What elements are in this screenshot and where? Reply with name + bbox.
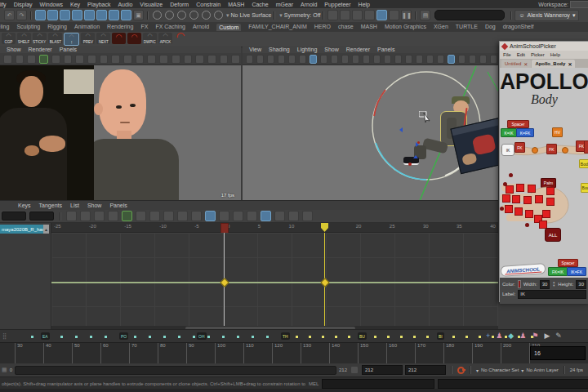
ik-arrow[interactable] bbox=[413, 155, 418, 158]
graph-menu-item[interactable]: Tangents bbox=[39, 203, 62, 208]
shelf-button[interactable]: ◠ bbox=[174, 33, 188, 44]
finger-control-button[interactable] bbox=[506, 185, 514, 194]
graph-menu-item[interactable]: Keys bbox=[18, 203, 31, 208]
menu-item[interactable]: Puppeteer bbox=[324, 2, 350, 7]
shelf-tab[interactable]: Animation bbox=[74, 24, 100, 31]
playback-tool-icon[interactable]: ▶ bbox=[544, 332, 550, 340]
spacer-button[interactable]: Spacer bbox=[558, 259, 578, 267]
control-dot[interactable] bbox=[417, 141, 420, 144]
clipboard-icon[interactable]: ▤ bbox=[420, 10, 430, 20]
menu-item[interactable]: Help bbox=[359, 2, 370, 7]
shelf-button[interactable]: ◠ bbox=[112, 33, 126, 44]
current-frame-field[interactable]: 16 bbox=[530, 346, 586, 360]
viewport-toolbar-icon[interactable] bbox=[136, 55, 145, 64]
fk-arm-button[interactable]: FK bbox=[514, 142, 525, 153]
render-icon[interactable] bbox=[389, 10, 399, 20]
body-button[interactable]: Body bbox=[579, 159, 588, 168]
viewport-toolbar-icon[interactable] bbox=[256, 55, 264, 64]
live-surface-label[interactable]: No Live Surface bbox=[231, 12, 272, 18]
viewport-toolbar-icon[interactable] bbox=[331, 55, 338, 64]
selection-mask-icon[interactable] bbox=[84, 10, 95, 20]
keyframe-diamond[interactable] bbox=[320, 278, 329, 287]
shelf-tab[interactable]: Sculpting bbox=[16, 24, 40, 31]
time-slider[interactable]: 3040506070809010011012013014015016017018… bbox=[0, 342, 588, 364]
snap-icon[interactable] bbox=[177, 11, 186, 20]
close-icon[interactable]: ✕ bbox=[523, 61, 528, 67]
viewport-toolbar-icon[interactable] bbox=[267, 55, 274, 64]
viewport-toolbar-icon[interactable] bbox=[288, 55, 296, 64]
graph-menu-item[interactable]: Show bbox=[87, 203, 102, 208]
shelf-tab[interactable]: HERO bbox=[314, 24, 331, 31]
viewport-toolbar-icon[interactable] bbox=[207, 55, 216, 64]
finger-control-button[interactable] bbox=[546, 187, 555, 195]
shelf-button[interactable]: ◠ bbox=[127, 33, 141, 44]
selection-mask-icon[interactable] bbox=[109, 10, 119, 20]
menu-item[interactable]: Key bbox=[70, 2, 80, 7]
graph-tool-icon[interactable] bbox=[302, 211, 313, 221]
snap-icon[interactable] bbox=[189, 11, 198, 20]
viewport-toolbar-icon[interactable] bbox=[490, 55, 497, 64]
selection-mask-icon[interactable] bbox=[96, 10, 107, 20]
graph-tool-icon[interactable] bbox=[191, 211, 202, 221]
animation-curve[interactable] bbox=[51, 282, 498, 283]
shelf-tab[interactable]: MASH bbox=[361, 24, 377, 31]
shelf-button[interactable]: ◠ CGP bbox=[2, 33, 16, 44]
selection-mask-icon[interactable] bbox=[60, 10, 70, 20]
viewport-toolbar-icon[interactable] bbox=[184, 55, 193, 64]
viewport-toolbar-icon[interactable] bbox=[278, 55, 285, 64]
viewport-toolbar-icon[interactable] bbox=[458, 55, 466, 64]
menu-item[interactable]: Cache bbox=[252, 2, 268, 7]
picker-menu-item[interactable]: Help bbox=[550, 52, 560, 57]
picker-menu-item[interactable]: Picker bbox=[531, 52, 545, 57]
viewport-toolbar-icon[interactable] bbox=[384, 55, 391, 64]
viewport-toolbar-icon[interactable] bbox=[172, 55, 180, 64]
symmetry-label[interactable]: Symmetry: Off bbox=[284, 12, 321, 18]
picker-tab[interactable]: Untitled ✕ bbox=[501, 60, 531, 68]
graph-tool-icon[interactable] bbox=[149, 211, 160, 221]
graph-tool-icon[interactable] bbox=[233, 211, 243, 221]
finger-control-button[interactable] bbox=[525, 210, 533, 218]
hand-control-dot[interactable] bbox=[525, 223, 529, 227]
graph-tool-icon[interactable] bbox=[247, 211, 257, 221]
hv-button[interactable]: HV bbox=[552, 127, 563, 137]
graph-tool-icon[interactable] bbox=[122, 211, 132, 221]
viewport-toolbar-icon[interactable] bbox=[437, 55, 444, 64]
render-icon[interactable] bbox=[352, 10, 363, 20]
playback-tool-icon[interactable]: ✎ bbox=[555, 332, 562, 340]
viewport-toolbar-icon[interactable] bbox=[87, 55, 96, 64]
key-ik-button[interactable]: K=IK bbox=[501, 128, 517, 137]
snap-icon[interactable] bbox=[214, 11, 223, 20]
spinner-icon[interactable]: ▲▼ bbox=[552, 281, 555, 287]
snap-icon[interactable] bbox=[202, 11, 211, 20]
selection-mask-icon[interactable] bbox=[35, 10, 46, 20]
viewport-toolbar-icon[interactable] bbox=[299, 55, 306, 64]
shelf-tab[interactable]: Motion Graphics bbox=[385, 24, 426, 31]
lock-icon[interactable]: ▣ bbox=[133, 10, 144, 20]
shelf-tab[interactable]: FX bbox=[140, 24, 148, 31]
shelf-button[interactable]: ◠ DWPIC bbox=[143, 33, 157, 44]
shelf-button[interactable]: ◠ STICKY bbox=[33, 33, 47, 44]
shelf-tab[interactable]: chase bbox=[338, 24, 354, 31]
shelf-tab[interactable]: TURTLE bbox=[456, 24, 478, 31]
ik-bubble-button[interactable]: IK bbox=[501, 144, 514, 156]
scroll-up-icon[interactable]: ▲ bbox=[43, 225, 49, 234]
grip-icon[interactable]: ⣿ bbox=[2, 333, 7, 340]
caret-down-icon[interactable]: ▾ bbox=[279, 12, 283, 19]
viewport-toolbar-icon[interactable] bbox=[75, 55, 84, 64]
character-set-dropdown[interactable]: ▾ No Character Set ▾ bbox=[476, 368, 523, 373]
viewport-toolbar-icon[interactable] bbox=[51, 55, 60, 64]
finger-control-button[interactable] bbox=[514, 207, 523, 216]
menu-item[interactable]: Modify bbox=[0, 2, 7, 7]
panel-menu-item[interactable]: View bbox=[249, 47, 261, 52]
panel-menu-item[interactable]: Renderer bbox=[346, 47, 370, 52]
viewport-toolbar-icon[interactable] bbox=[352, 55, 359, 64]
viewport-toolbar-icon[interactable] bbox=[394, 55, 402, 64]
viewport-toolbar-icon[interactable] bbox=[3, 55, 12, 64]
viseme-marker[interactable]: BI bbox=[437, 332, 444, 340]
viseme-marker[interactable]: EA bbox=[41, 332, 50, 340]
playback-tool-icon[interactable]: ♟ bbox=[496, 332, 502, 340]
viewport-toolbar-icon[interactable] bbox=[363, 55, 370, 64]
shelf-tab[interactable]: FAMILY_CHAIR_ANIM bbox=[248, 24, 306, 31]
viewport-toolbar-icon[interactable] bbox=[195, 55, 204, 64]
shelf-button[interactable]: ◠ ! bbox=[64, 33, 79, 46]
